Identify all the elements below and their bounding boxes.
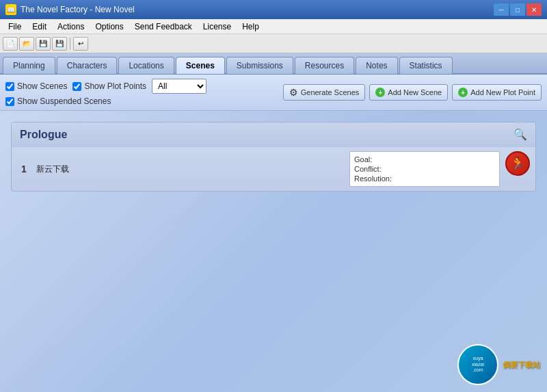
scene-number: 1	[17, 151, 31, 187]
show-plot-points-label: Show Plot Points	[84, 81, 146, 91]
add-new-plot-point-label: Add New Plot Point	[470, 88, 535, 96]
menu-bar: File Edit Actions Options Send Feedback …	[0, 19, 547, 34]
tab-submissions[interactable]: Submissions	[226, 57, 293, 74]
show-suspended-label: Show Suspended Scenes	[17, 96, 111, 106]
controls-left: Show Scenes Show Plot Points All Draft F…	[5, 79, 206, 106]
minimize-button[interactable]: ─	[494, 3, 509, 16]
tab-planning[interactable]: Planning	[3, 57, 55, 74]
show-suspended-checkbox-group[interactable]: Show Suspended Scenes	[5, 96, 111, 106]
menu-feedback[interactable]: Send Feedback	[129, 21, 198, 33]
char-icon-symbol: 🏃	[510, 156, 525, 171]
controls-row-1: Show Scenes Show Plot Points All Draft F…	[5, 79, 206, 94]
add-new-plot-point-button[interactable]: + Add New Plot Point	[452, 84, 542, 101]
add-new-scene-label: Add New Scene	[388, 88, 442, 96]
conflict-field: Conflict:	[354, 164, 495, 174]
show-suspended-checkbox[interactable]	[5, 97, 14, 106]
tabs-container: Planning Characters Locations Scenes Sub…	[0, 53, 547, 75]
title-bar: 📖 The Novel Factory - New Novel ─ □ ✕	[0, 0, 547, 19]
tab-resources[interactable]: Resources	[295, 57, 354, 74]
close-button[interactable]: ✕	[526, 3, 542, 16]
add-plot-icon: +	[458, 88, 468, 97]
scene-name[interactable]: 新云下载	[36, 151, 344, 187]
resolution-label: Resolution:	[354, 174, 392, 183]
window-controls: ─ □ ✕	[494, 3, 542, 16]
goal-label: Goal:	[354, 155, 372, 164]
scene-search-icon[interactable]: 🔍	[513, 128, 527, 142]
watermark: ouyaxiazai.com 偶要下载站	[457, 344, 540, 385]
menu-actions[interactable]: Actions	[52, 21, 90, 33]
conflict-label: Conflict:	[354, 165, 382, 173]
new-button[interactable]: 📄	[3, 37, 18, 51]
watermark-circle: ouyaxiazai.com	[457, 344, 498, 385]
generate-scenes-icon: ⚙	[289, 87, 298, 98]
table-row: 1 新云下载 Goal: Conflict: Resolution: 🏃	[12, 147, 535, 191]
show-scenes-checkbox[interactable]	[5, 82, 14, 91]
toolbar: 📄 📂 💾 💾 ↩	[0, 34, 547, 53]
scene-card-prologue: Prologue 🔍 1 新云下载 Goal: Conflict: Resolu…	[11, 122, 536, 192]
scene-header: Prologue 🔍	[12, 122, 535, 147]
app-icon: 📖	[5, 4, 16, 15]
watermark-text: 偶要下载站	[503, 360, 540, 370]
controls-right: ⚙ Generate Scenes + Add New Scene + Add …	[283, 84, 542, 101]
scene-section-title: Prologue	[20, 129, 67, 141]
tab-locations[interactable]: Locations	[118, 57, 174, 74]
toolbar-separator	[70, 38, 70, 50]
resolution-field: Resolution:	[354, 174, 495, 183]
add-scene-icon: +	[375, 88, 385, 97]
show-plot-points-checkbox[interactable]	[72, 82, 81, 91]
menu-options[interactable]: Options	[90, 21, 129, 33]
generate-scenes-label: Generate Scenes	[301, 88, 360, 96]
tab-scenes[interactable]: Scenes	[176, 57, 225, 74]
window-title: The Novel Factory - New Novel	[21, 5, 494, 14]
controls-row-2: Show Suspended Scenes	[5, 96, 206, 106]
undo-button[interactable]: ↩	[73, 37, 88, 51]
show-plot-points-checkbox-group[interactable]: Show Plot Points	[72, 81, 146, 91]
add-new-scene-button[interactable]: + Add New Scene	[369, 84, 448, 101]
saveas-button[interactable]: 💾	[52, 37, 67, 51]
menu-edit[interactable]: Edit	[27, 21, 52, 33]
generate-scenes-button[interactable]: ⚙ Generate Scenes	[283, 84, 366, 101]
menu-file[interactable]: File	[3, 21, 27, 33]
goal-field: Goal:	[354, 155, 495, 164]
tab-notes[interactable]: Notes	[356, 57, 397, 74]
menu-help[interactable]: Help	[237, 21, 265, 33]
show-scenes-checkbox-group[interactable]: Show Scenes	[5, 81, 67, 91]
menu-license[interactable]: License	[198, 21, 237, 33]
tab-characters[interactable]: Characters	[57, 57, 118, 74]
controls-bar: Show Scenes Show Plot Points All Draft F…	[0, 75, 547, 111]
show-scenes-label: Show Scenes	[17, 81, 67, 91]
scene-details: Goal: Conflict: Resolution:	[349, 151, 500, 187]
filter-dropdown[interactable]: All Draft Final	[152, 79, 206, 94]
save-button[interactable]: 💾	[36, 37, 51, 51]
character-icon[interactable]: 🏃	[505, 151, 530, 176]
maximize-button[interactable]: □	[510, 3, 525, 16]
tab-statistics[interactable]: Statistics	[399, 57, 453, 74]
open-button[interactable]: 📂	[19, 37, 34, 51]
